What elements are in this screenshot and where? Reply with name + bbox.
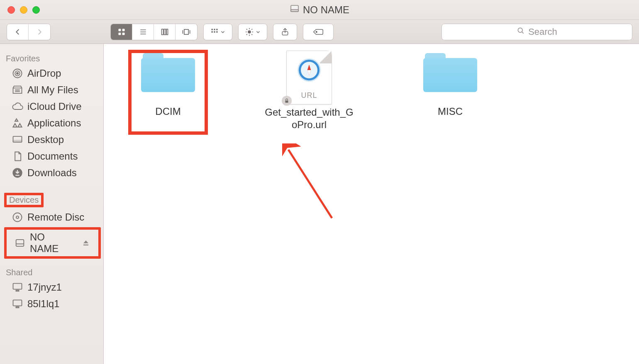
cloud-icon bbox=[12, 101, 23, 112]
computer-icon bbox=[12, 298, 23, 310]
sidebar-item-label: Applications bbox=[27, 117, 81, 129]
arrange-button[interactable] bbox=[203, 24, 232, 40]
svg-rect-43 bbox=[285, 100, 288, 102]
sidebar-item-applications[interactable]: Applications bbox=[0, 115, 103, 131]
sidebar-item-icloud[interactable]: iCloud Drive bbox=[0, 98, 103, 115]
svg-rect-37 bbox=[16, 290, 19, 291]
list-view-button[interactable] bbox=[132, 24, 154, 40]
view-mode-segment bbox=[110, 24, 198, 40]
svg-rect-39 bbox=[16, 307, 19, 308]
svg-point-28 bbox=[17, 73, 18, 74]
window-controls bbox=[7, 6, 40, 14]
apps-icon bbox=[12, 117, 23, 129]
search-placeholder: Search bbox=[528, 27, 557, 37]
sidebar-item-airdrop[interactable]: AirDrop bbox=[0, 65, 103, 82]
svg-line-25 bbox=[522, 32, 524, 33]
svg-rect-2 bbox=[118, 29, 121, 31]
svg-rect-3 bbox=[122, 29, 124, 31]
svg-rect-18 bbox=[212, 31, 213, 32]
file-item-misc[interactable]: MISC bbox=[402, 51, 498, 131]
minimize-window-button[interactable] bbox=[20, 6, 27, 14]
svg-rect-19 bbox=[214, 31, 215, 32]
sidebar-item-label: 17jnyz1 bbox=[27, 281, 62, 293]
window-title: NO NAME bbox=[303, 4, 349, 16]
svg-rect-36 bbox=[13, 284, 22, 289]
svg-rect-17 bbox=[216, 29, 217, 30]
section-devices-label: Devices bbox=[4, 193, 44, 207]
downloads-icon bbox=[12, 167, 23, 179]
svg-rect-15 bbox=[212, 29, 213, 30]
computer-icon bbox=[12, 281, 23, 293]
svg-rect-16 bbox=[214, 29, 215, 30]
allfiles-icon bbox=[12, 84, 23, 96]
file-item-gopro-url[interactable]: URL Get_started_with_GoPro.url bbox=[261, 51, 357, 131]
svg-rect-5 bbox=[122, 32, 124, 35]
close-window-button[interactable] bbox=[7, 6, 15, 14]
coverflow-view-button[interactable] bbox=[176, 24, 197, 40]
section-favorites-label: Favorites bbox=[6, 54, 103, 63]
svg-rect-12 bbox=[184, 29, 188, 34]
drive-icon bbox=[14, 237, 26, 249]
forward-button[interactable] bbox=[29, 24, 50, 40]
nav-buttons bbox=[7, 24, 51, 40]
svg-marker-41 bbox=[307, 65, 311, 70]
folder-icon bbox=[141, 51, 195, 92]
folder-icon bbox=[423, 51, 477, 92]
annotation-arrow bbox=[282, 143, 344, 226]
eject-icon[interactable] bbox=[80, 239, 92, 247]
disc-icon bbox=[12, 211, 23, 223]
tags-button[interactable] bbox=[303, 24, 334, 40]
sidebar-item-label: Documents bbox=[27, 150, 78, 162]
lock-icon bbox=[282, 96, 292, 106]
documents-icon bbox=[12, 150, 23, 162]
url-badge-text: URL bbox=[287, 91, 332, 100]
svg-line-44 bbox=[288, 150, 332, 218]
svg-marker-42 bbox=[307, 70, 311, 75]
file-label: MISC bbox=[438, 105, 463, 118]
sidebar-item-label: Desktop bbox=[27, 134, 64, 146]
sidebar-item-shared-0[interactable]: 17jnyz1 bbox=[0, 279, 103, 296]
svg-rect-1 bbox=[291, 10, 298, 12]
file-browser[interactable]: DCIM URL Get_started_with_GoPro.url MISC bbox=[104, 44, 639, 364]
svg-rect-4 bbox=[118, 32, 121, 35]
window-titlebar: NO NAME bbox=[0, 0, 639, 20]
svg-rect-10 bbox=[164, 29, 166, 34]
sidebar-item-label: NO NAME bbox=[30, 231, 76, 255]
icon-view-button[interactable] bbox=[111, 24, 132, 40]
sidebar-item-downloads[interactable]: Downloads bbox=[0, 165, 103, 181]
svg-rect-38 bbox=[13, 300, 22, 306]
sidebar-item-label: 85l1lq1 bbox=[27, 298, 59, 310]
sidebar-item-desktop[interactable]: Desktop bbox=[0, 131, 103, 148]
svg-rect-11 bbox=[166, 29, 168, 34]
svg-rect-0 bbox=[291, 5, 298, 12]
share-button[interactable] bbox=[273, 24, 297, 40]
svg-point-23 bbox=[316, 31, 317, 32]
svg-rect-9 bbox=[161, 29, 163, 34]
toolbar: Search bbox=[0, 20, 639, 44]
section-shared-label: Shared bbox=[6, 268, 103, 277]
sidebar-item-noname[interactable]: NO NAME bbox=[4, 227, 101, 259]
svg-point-24 bbox=[518, 28, 522, 32]
sidebar-item-allmyfiles[interactable]: All My Files bbox=[0, 82, 103, 98]
sidebar-item-label: All My Files bbox=[27, 84, 78, 96]
sidebar-item-documents[interactable]: Documents bbox=[0, 148, 103, 165]
sidebar-item-shared-1[interactable]: 85l1lq1 bbox=[0, 296, 103, 312]
drive-icon bbox=[290, 4, 300, 16]
file-item-dcim[interactable]: DCIM bbox=[120, 51, 216, 131]
zoom-window-button[interactable] bbox=[32, 6, 40, 14]
sidebar-item-label: AirDrop bbox=[27, 68, 61, 79]
sidebar: Favorites AirDrop All My Files iCloud Dr… bbox=[0, 44, 104, 364]
action-button[interactable] bbox=[238, 24, 267, 40]
sidebar-item-label: iCloud Drive bbox=[27, 101, 82, 112]
search-icon bbox=[517, 27, 525, 37]
sidebar-item-label: Remote Disc bbox=[27, 211, 84, 223]
sidebar-item-label: Downloads bbox=[27, 167, 77, 179]
back-button[interactable] bbox=[7, 24, 29, 40]
search-field[interactable]: Search bbox=[441, 24, 632, 40]
column-view-button[interactable] bbox=[154, 24, 176, 40]
safari-compass-icon bbox=[298, 58, 321, 82]
airdrop-icon bbox=[12, 68, 23, 79]
sidebar-item-remotedisc[interactable]: Remote Disc bbox=[0, 209, 103, 226]
svg-point-33 bbox=[16, 216, 19, 218]
desktop-icon bbox=[12, 134, 23, 146]
